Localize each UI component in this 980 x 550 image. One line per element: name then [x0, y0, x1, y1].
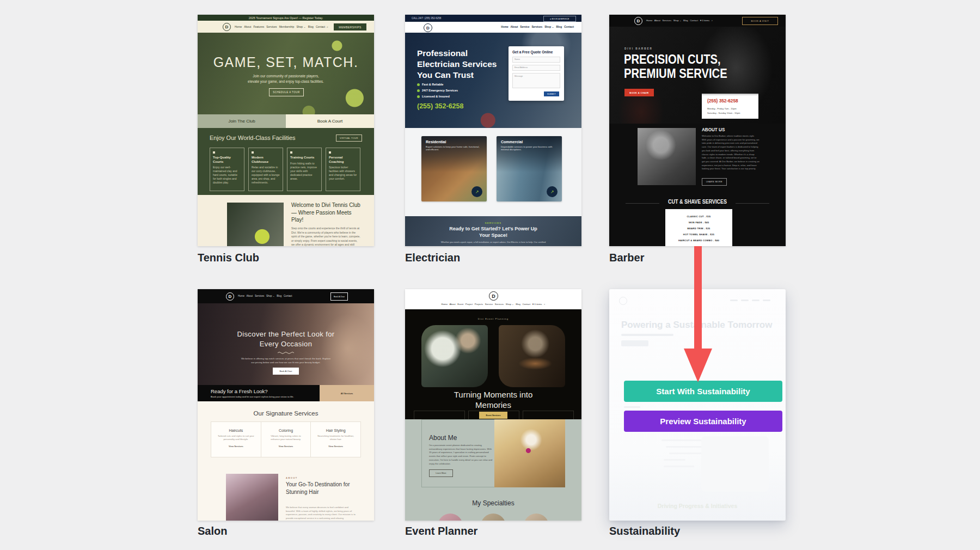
preview-sustainability-button[interactable]: Preview Sustainability: [624, 411, 782, 432]
memberships-button: MEMBERSHIPS: [334, 23, 366, 30]
event-eyebrow: Divi Event Planning: [405, 317, 581, 320]
template-label-event-planner: Event Planner: [405, 525, 477, 537]
about-me-title: About Me: [429, 434, 457, 442]
salon-title-line1: Discover the Perfect Look for: [198, 329, 374, 339]
faded-subtitle-bar: [621, 334, 673, 336]
salon-about-title: Your Go-To Destination for Stunning Hair: [286, 481, 351, 496]
service-body: Tailored cuts and styles to suit your pe…: [217, 435, 255, 442]
services-title: CUT & SHAVE SERVICES: [618, 199, 777, 205]
all-services-link: All Services: [320, 385, 374, 401]
signature-services-title: Our Signature Services: [198, 410, 374, 417]
event-title-line2: Memories: [405, 400, 581, 411]
electrician-navbar: D Home About Service Services Shop ⌄ Blo…: [405, 22, 581, 33]
book-court-bar: Book A Court: [286, 114, 374, 128]
facility-cards-row: Top-Quality Courts Enjoy our well-mainta…: [210, 148, 360, 191]
event-hero-title: Turning Moments into Memories: [405, 390, 581, 411]
training-icon: [290, 151, 292, 154]
residential-title: Residential: [426, 140, 446, 144]
tennis-nav-items: Home About Features Services Membership …: [235, 25, 328, 29]
facility-card: Modern Clubhouse Relax and socialize in …: [248, 148, 283, 191]
barber-about-photo: [638, 128, 696, 185]
salon-services-cards: Haircuts Tailored cuts and styles to sui…: [211, 421, 361, 457]
salon-navbar: D Home About Services Shop ⌄ Blog Contac…: [198, 289, 374, 303]
start-with-sustainability-button[interactable]: Start With Sustainability: [624, 381, 782, 402]
barber-title-line1: PRECISION CUTS,: [624, 53, 727, 67]
book-visit-button: BOOK A VISIT: [742, 17, 778, 25]
welcome-title: Welcome to Divi Tennis Club— Where Passi…: [291, 201, 361, 224]
service-title: Hair Styling: [311, 429, 360, 432]
commercial-body: Dependable services to power your busine…: [501, 145, 558, 151]
faded-footer-title: Driving Progress & Initiatives: [609, 503, 786, 509]
barber-nav-items: Home About Services Shop ⌄ Blog Contact …: [646, 19, 713, 22]
court-icon: [213, 151, 215, 154]
submit-button: SUBMIT: [544, 91, 559, 96]
card-top-strip: [702, 94, 758, 95]
arrow-circle-icon: ↗: [471, 186, 482, 197]
electrician-phone: (255) 352-6258: [417, 102, 463, 110]
event-planner-portrait: [494, 419, 565, 487]
service-column-styling: Hair Styling Nourishing treatments for h…: [310, 422, 360, 457]
tennis-announcement-bar: 2025 Tournament Signups Are Open! — Regi…: [198, 15, 374, 21]
bullet-label: Licensed & Insured: [422, 95, 450, 98]
template-thumbnail-salon[interactable]: D Home About Services Shop ⌄ Blog Contac…: [198, 289, 374, 521]
event-photo-catering: [499, 325, 565, 387]
template-label-salon: Salon: [198, 525, 227, 537]
cta-title-line2: Your Space!: [405, 233, 581, 238]
faded-nav-item: [763, 300, 770, 301]
template-thumbnail-tennis-club[interactable]: 2025 Tournament Signups Are Open! — Regi…: [198, 15, 374, 246]
faded-nav-item: [752, 300, 759, 301]
residential-card: Residential Expert solutions to keep you…: [421, 136, 487, 201]
barber-eyebrow: DIVI BARBER: [624, 47, 653, 50]
hours-weekend: Saturday - Sunday 10am - 10pm: [707, 111, 740, 115]
event-photo-bride: [421, 325, 488, 387]
arrow-circle-icon: ↗: [547, 186, 558, 197]
facility-card-title: Modern Clubhouse: [252, 156, 280, 164]
bullet-licensed: Licensed & Insured: [417, 95, 450, 98]
event-navbar: D Home About Event Project Projects Serv…: [405, 289, 581, 309]
event-about-section: About Me I'm a passionate event planner …: [405, 419, 581, 521]
price-item: HOT TOWEL SHAVE - $35: [665, 233, 732, 236]
price-item: SKIN FADE - $45: [665, 221, 732, 224]
barber-navbar: D Home About Services Shop ⌄ Blog Contac…: [609, 15, 786, 27]
faded-image-block: [701, 436, 769, 492]
template-thumbnail-event-planner[interactable]: D Home About Event Project Projects Serv…: [405, 289, 581, 521]
divi-logo-icon: D: [223, 23, 231, 31]
specialty-circle-photo: [524, 514, 549, 521]
facility-card-title: Personal Coaching: [329, 156, 357, 164]
tennis-hero-title: GAME, SET, MATCH.: [198, 54, 374, 70]
topbar-phone: CALL 24/7: (255) 352-6258: [412, 17, 441, 20]
template-thumbnail-barber[interactable]: D Home About Services Shop ⌄ Blog Contac…: [609, 15, 786, 246]
facility-card-body: Enjoy our well-maintained clay and hard …: [213, 166, 241, 185]
view-services-link: View Services: [211, 445, 261, 448]
book-chair-hero-button: Book A Chair: [273, 368, 299, 375]
facility-card-title: Training Courts: [290, 156, 318, 160]
about-us-body: Welcome to Divi Barber, where tradition …: [702, 135, 759, 171]
services-price-card: CLASSIC CUT - $35 SKIN FADE - $45 BEARD …: [665, 209, 732, 246]
view-services-link: View Services: [261, 445, 311, 448]
view-services-link: View Services: [311, 445, 360, 448]
barber-title-line2: PREMIUM SERVICE: [624, 67, 727, 81]
faded-nav-item: [741, 300, 749, 301]
facility-card-title: Top-Quality Courts: [213, 156, 241, 164]
service-body: Nourishing treatments for healthier, shi…: [317, 435, 355, 442]
price-item: CLASSIC CUT - $35: [665, 215, 732, 218]
learn-more-button: Learn More: [429, 469, 453, 477]
bullet-label: Fast & Reliable: [422, 83, 443, 86]
join-club-bar: Join The Club: [198, 114, 286, 128]
template-thumbnail-electrician[interactable]: CALL 24/7: (255) 352-6258 ▸ BOOK A SERVI…: [405, 15, 581, 246]
commercial-title: Commercial: [501, 140, 523, 144]
divi-layout-picker-screen: 2025 Tournament Signups Are Open! — Regi…: [0, 0, 980, 550]
salon-about-photo: [226, 474, 278, 521]
electrician-hero-title: Professional Electrician Services You Ca…: [417, 48, 509, 80]
divi-logo-icon: D: [489, 291, 498, 301]
clubhouse-icon: [252, 151, 254, 154]
salon-body-line1: We believe in offering top-notch service…: [198, 357, 374, 360]
name-field: Name: [512, 57, 560, 63]
check-icon: [417, 95, 420, 98]
book-chair-nav-button: Book A Chair: [330, 292, 348, 301]
tennis-welcome-section: Welcome to Divi Tennis Club— Where Passi…: [198, 195, 374, 246]
facility-card-body: From hitting walls to practice nets, imp…: [290, 162, 318, 181]
faded-button: [621, 340, 648, 346]
faded-text-line: [664, 459, 685, 461]
salon-about-body: We believe that every woman deserves to …: [286, 506, 356, 521]
